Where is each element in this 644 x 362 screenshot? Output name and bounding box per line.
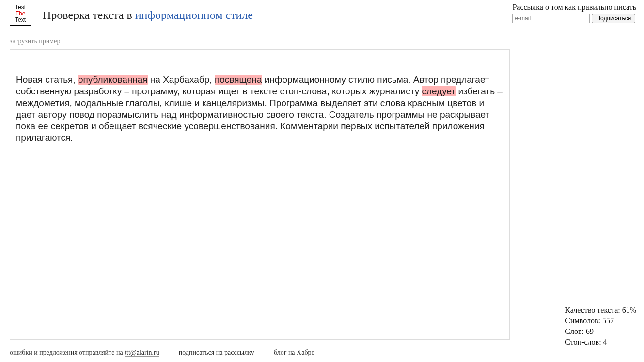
newsletter-form: Подписаться (512, 14, 636, 23)
page-title: Проверка текста в информационном стиле (43, 2, 253, 22)
logo[interactable]: Test The Text (10, 2, 31, 26)
stat-chars: Символов: 557 (565, 316, 636, 326)
text-segment: Новая статья, (16, 75, 78, 85)
stop-word-highlight: опубликованная (78, 75, 148, 85)
stop-word-highlight: посвящена (215, 75, 262, 85)
email-field[interactable] (512, 14, 590, 23)
info-style-link[interactable]: информационном стиле (135, 9, 253, 22)
footer-blog-link[interactable]: блог на Хабре (274, 349, 314, 357)
newsletter-box: Рассылка о том как правильно писать Подп… (512, 3, 636, 23)
stat-words: Слов: 69 (565, 326, 636, 337)
stop-word-highlight: следует (422, 86, 456, 96)
stat-stop: Стоп-слов: 4 (565, 337, 636, 347)
footer-email-link[interactable]: ttt@alarin.ru (125, 349, 159, 357)
stat-quality: Качество текста: 61% (565, 305, 636, 316)
newsletter-title: Рассылка о том как правильно писать (512, 3, 636, 12)
subscribe-button[interactable]: Подписаться (592, 14, 635, 23)
editor-content[interactable]: Новая статья, опубликованная на Харбахаб… (16, 74, 503, 144)
page-title-prefix: Проверка текста в (43, 9, 135, 21)
footer-errors: ошибки и предложения отправляйте на ttt@… (10, 349, 159, 357)
stats-panel: Качество текста: 61% Символов: 557 Слов:… (565, 305, 636, 347)
load-example-link[interactable]: загрузить пример (10, 37, 60, 45)
text-segment: на Харбахабр, (148, 75, 215, 85)
caret-icon (16, 57, 16, 66)
footer: ошибки и предложения отправляйте на ttt@… (10, 349, 314, 357)
logo-line-3: Text (11, 17, 30, 23)
footer-subscribe-link[interactable]: подписаться на расссылку (179, 349, 254, 357)
text-editor[interactable]: Новая статья, опубликованная на Харбахаб… (10, 49, 510, 340)
